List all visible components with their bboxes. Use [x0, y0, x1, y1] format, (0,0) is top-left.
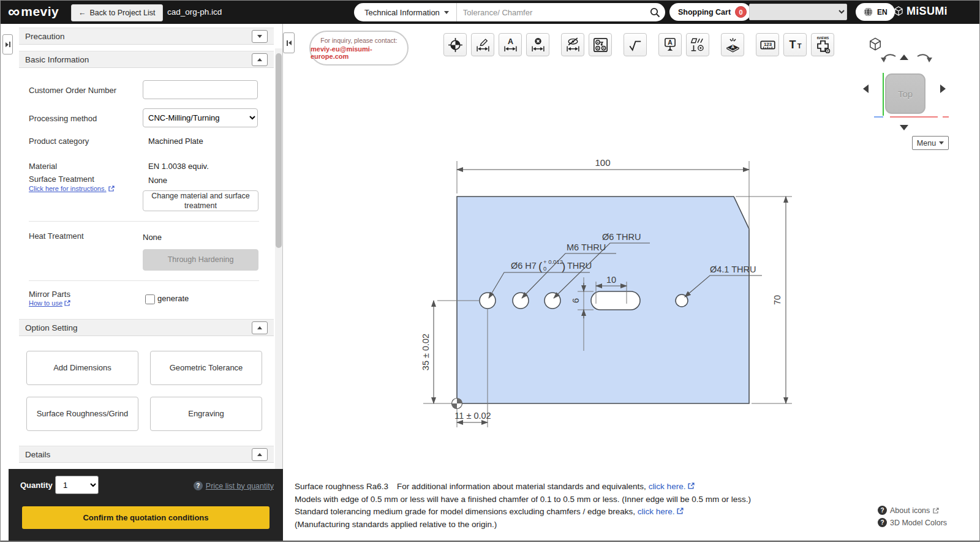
- contact-email[interactable]: meviy-eu@misumi-europe.com: [311, 45, 407, 60]
- cad-drawing[interactable]: 100 70 35 ± 0.02 11 ± 0.02 10 6 Ø6 THRU …: [284, 62, 971, 466]
- add-dimensions-button[interactable]: Add Dimensions: [26, 351, 138, 385]
- panel-scrollbar[interactable]: [275, 48, 282, 489]
- section-basic-information[interactable]: Basic Information: [19, 51, 274, 68]
- note-tolerancing: Standard tolerancing medium grade for mo…: [295, 507, 635, 516]
- external-link-icon: [108, 186, 115, 192]
- price-list-link-text: Price list by quantity: [206, 482, 274, 490]
- shopping-cart-button[interactable]: Shopping Cart 0: [669, 3, 751, 21]
- section-option-setting[interactable]: Option Setting: [19, 319, 274, 336]
- dim-70[interactable]: 70: [772, 295, 782, 305]
- precaution-expand-button[interactable]: [252, 30, 268, 43]
- section-details[interactable]: Details: [19, 446, 274, 463]
- dim-10[interactable]: 10: [606, 275, 616, 285]
- drawing-toolbar: A A A 123: [443, 33, 839, 56]
- geometric-tolerance-tool-button[interactable]: [686, 33, 709, 56]
- measurement-button[interactable]: 123: [756, 33, 779, 56]
- through-hardening-button[interactable]: Through Hardening: [143, 249, 258, 271]
- geometric-tolerance-button[interactable]: Geometric Tolerance: [150, 351, 262, 385]
- mirror-generate-checkbox[interactable]: [145, 294, 155, 304]
- text-dimension-button[interactable]: A: [499, 33, 522, 56]
- misumi-brand[interactable]: MiSUMi: [894, 5, 948, 18]
- surface-treatment-label: Surface Treatment: [29, 174, 94, 184]
- surface-roughness-button[interactable]: Surface Roughness/Grind: [26, 397, 138, 431]
- surface-instructions-link-text: Click here for instructions.: [29, 185, 107, 192]
- engraving-sign-button[interactable]: A: [658, 33, 682, 56]
- meviy-logo[interactable]: ∞ meviy: [8, 3, 59, 20]
- hole-d6-h7[interactable]: [480, 293, 496, 309]
- language-label: EN: [877, 8, 888, 17]
- dim-35[interactable]: 35 ± 0.02: [421, 334, 431, 370]
- surface-roughness-tool-button[interactable]: [624, 33, 647, 56]
- mirror-link-text: How to use: [29, 299, 62, 307]
- misumi-cube-icon: [894, 6, 903, 17]
- dim-6[interactable]: 6: [571, 298, 581, 303]
- customer-order-input[interactable]: [143, 80, 258, 99]
- chevron-up-icon: [257, 58, 262, 61]
- external-link-icon: [933, 508, 939, 514]
- panel-expand-tab[interactable]: [2, 34, 13, 54]
- cube-outline-icon[interactable]: [869, 37, 882, 51]
- dim-11[interactable]: 11 ± 0.02: [454, 411, 491, 421]
- six-views-icon: 6VIEWS: [814, 36, 832, 54]
- text-size-icon: TT: [787, 37, 804, 53]
- customer-order-label: Customer Order Number: [29, 86, 116, 95]
- bar-icon: [287, 40, 288, 46]
- note-line-3: Standard tolerancing medium grade for mo…: [295, 506, 751, 519]
- options-collapse-button[interactable]: [252, 321, 268, 334]
- shopping-cart-label: Shopping Cart: [678, 8, 731, 17]
- about-icons-text: About icons: [890, 506, 930, 515]
- basic-collapse-button[interactable]: [252, 53, 268, 66]
- quantity-select[interactable]: 1: [55, 476, 99, 494]
- external-link-icon: [64, 300, 70, 306]
- language-selector[interactable]: EN: [856, 3, 895, 21]
- contact-line: For inquiry, please contact:: [320, 37, 397, 44]
- engraving-button[interactable]: Engraving: [150, 397, 262, 431]
- confirm-quotation-button[interactable]: Confirm the quotation conditions: [22, 506, 270, 529]
- hide-dimension-button[interactable]: [561, 33, 584, 56]
- about-icons-link[interactable]: ? About icons: [878, 506, 947, 515]
- viewer-collapse-tab[interactable]: [283, 32, 295, 53]
- laser-marking-button[interactable]: A: [721, 33, 744, 56]
- change-material-button[interactable]: Change material and surface treatment: [143, 190, 258, 211]
- triangle-right-icon: [6, 42, 9, 47]
- hole-m6[interactable]: [513, 293, 529, 309]
- label-d6-thru[interactable]: Ø6 THRU: [602, 232, 641, 242]
- svg-text:A: A: [668, 39, 673, 46]
- tolerancing-link[interactable]: click here.: [638, 507, 684, 516]
- search-scope-dropdown[interactable]: Technical Information: [354, 3, 457, 21]
- misumi-brand-text: MiSUMi: [907, 5, 948, 18]
- scrollbar-thumb[interactable]: [276, 53, 282, 248]
- question-circle-icon: ?: [878, 506, 887, 515]
- section-precaution[interactable]: Precaution: [19, 28, 274, 45]
- edit-dimension-button[interactable]: [471, 33, 494, 56]
- slot-hole[interactable]: [591, 291, 640, 310]
- label-d41-thru[interactable]: Ø4.1 THRU: [710, 264, 756, 274]
- surface-instructions-link[interactable]: Click here for instructions.: [29, 185, 115, 192]
- contact-info-pill: For inquiry, please contact: meviy-eu@mi…: [309, 31, 409, 66]
- header-empty-dropdown[interactable]: [749, 4, 847, 20]
- text-size-button[interactable]: TT: [783, 33, 807, 56]
- roughness-check-icon: [627, 37, 643, 53]
- details-collapse-button[interactable]: [252, 448, 268, 461]
- price-list-link[interactable]: ? Price list by quantity: [194, 481, 274, 490]
- processing-method-select[interactable]: CNC-Milling/Turning: [143, 108, 258, 127]
- datum-origin-button[interactable]: [443, 33, 467, 56]
- divider: [29, 221, 259, 222]
- material-standards-link[interactable]: click here.: [649, 482, 695, 491]
- mirror-how-to-use-link[interactable]: How to use: [29, 299, 70, 307]
- search-icon[interactable]: [644, 7, 665, 18]
- origin-datum-symbol[interactable]: [452, 399, 462, 409]
- model-colors-link[interactable]: ? 3D Model Colors: [878, 518, 947, 527]
- chevron-down-icon: [444, 11, 449, 14]
- search-input[interactable]: [457, 8, 644, 17]
- dim-100[interactable]: 100: [595, 157, 610, 168]
- hole-recognition-button[interactable]: [589, 33, 612, 56]
- six-views-button[interactable]: 6VIEWS: [811, 33, 834, 56]
- label-m6-thru[interactable]: M6 THRU: [567, 242, 606, 252]
- back-to-project-list-button[interactable]: ← Back to Project List: [71, 4, 163, 21]
- section-basic-label: Basic Information: [25, 55, 89, 64]
- delete-dimension-button[interactable]: [526, 33, 549, 56]
- rotate-up-arrow[interactable]: [900, 54, 908, 60]
- hole-d6[interactable]: [545, 293, 560, 309]
- settings-panel: Precaution Basic Information Customer Or…: [1, 24, 283, 541]
